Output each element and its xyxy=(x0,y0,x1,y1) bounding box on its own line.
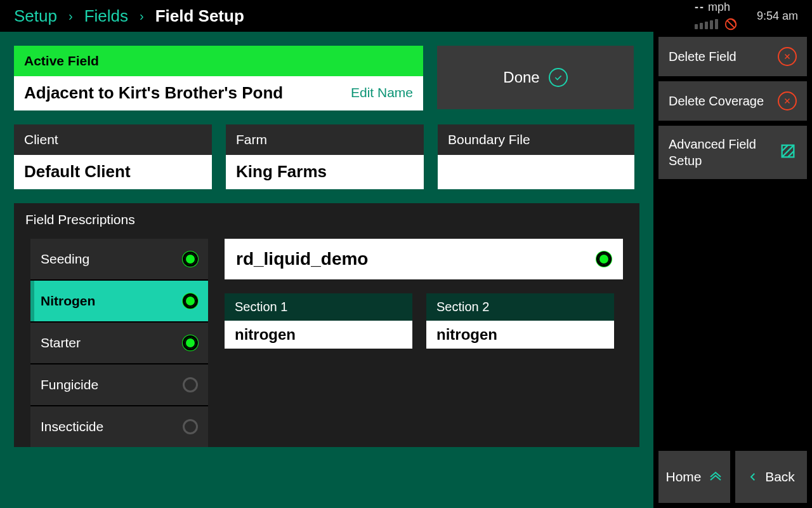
delete-field-button[interactable]: Delete Field xyxy=(658,37,807,76)
active-field-card: Active Field Adjacent to Kirt's Brother'… xyxy=(14,46,423,110)
rx-item-label: Nitrogen xyxy=(41,293,95,309)
back-label: Back xyxy=(765,469,795,485)
rx-item-nitrogen[interactable]: Nitrogen xyxy=(30,281,208,321)
check-circle-icon xyxy=(549,68,568,87)
rx-item-starter[interactable]: Starter xyxy=(30,323,208,363)
status-indicator-icon xyxy=(183,335,198,351)
advanced-setup-button[interactable]: Advanced Field Setup xyxy=(658,126,807,179)
active-field-header: Active Field xyxy=(14,46,423,76)
breadcrumb-fields[interactable]: Fields xyxy=(84,6,128,26)
breadcrumb-setup[interactable]: Setup xyxy=(14,6,57,26)
boundary-label: Boundary File xyxy=(438,124,634,155)
status-indicator-icon xyxy=(596,251,612,267)
rx-item-insecticide[interactable]: Insecticide xyxy=(30,406,208,447)
section1-card[interactable]: Section 1 nitrogen xyxy=(225,293,412,349)
delete-coverage-label: Delete Coverage xyxy=(669,93,764,109)
signal-bars-icon xyxy=(695,19,718,29)
delete-field-label: Delete Field xyxy=(669,48,737,65)
edit-name-button[interactable]: Edit Name xyxy=(351,85,413,100)
prescriptions-title: Field Prescriptions xyxy=(14,203,639,239)
back-button[interactable]: Back xyxy=(735,451,807,503)
rx-item-label: Starter xyxy=(41,335,81,351)
rx-file-selector[interactable]: rd_liquid_demo xyxy=(225,239,623,279)
rx-item-seeding[interactable]: Seeding xyxy=(30,239,208,279)
rx-item-label: Insecticide xyxy=(41,419,103,434)
rx-item-fungicide[interactable]: Fungicide xyxy=(30,364,208,405)
section2-label: Section 2 xyxy=(426,293,614,321)
chevron-right-icon: › xyxy=(69,9,73,23)
section2-card[interactable]: Section 2 nitrogen xyxy=(426,293,614,349)
status-indicator-icon xyxy=(183,293,198,309)
field-icon xyxy=(779,142,797,163)
status-indicator-icon xyxy=(183,419,198,434)
done-label: Done xyxy=(503,69,539,86)
client-card[interactable]: Client Default Client xyxy=(14,124,212,189)
boundary-card[interactable]: Boundary File xyxy=(438,124,634,189)
farm-label: Farm xyxy=(226,124,424,155)
section1-value: nitrogen xyxy=(235,326,296,344)
breadcrumb: Setup › Fields › Field Setup xyxy=(14,6,244,26)
farm-value: King Farms xyxy=(236,162,327,182)
close-circle-icon xyxy=(778,91,797,110)
rx-file-name: rd_liquid_demo xyxy=(236,249,368,269)
home-icon xyxy=(708,469,723,485)
rx-item-label: Fungicide xyxy=(41,377,98,392)
client-label: Client xyxy=(14,124,212,155)
speed-readout: -- mph xyxy=(695,1,738,30)
prescriptions-panel: Field Prescriptions Seeding Nitrogen Sta… xyxy=(14,203,639,447)
prescription-list: Seeding Nitrogen Starter Fungicide xyxy=(30,239,208,447)
clock: 9:54 am xyxy=(757,10,798,23)
delete-coverage-button[interactable]: Delete Coverage xyxy=(658,81,807,121)
done-button[interactable]: Done xyxy=(437,46,634,109)
chevron-left-icon xyxy=(747,469,759,485)
section2-value: nitrogen xyxy=(436,326,497,344)
active-field-name: Adjacent to Kirt's Brother's Pond xyxy=(24,83,283,103)
advanced-setup-label: Advanced Field Setup xyxy=(669,136,779,169)
section1-label: Section 1 xyxy=(225,293,412,321)
close-circle-icon xyxy=(778,47,797,66)
farm-card[interactable]: Farm King Farms xyxy=(226,124,424,189)
breadcrumb-current: Field Setup xyxy=(155,6,244,26)
home-label: Home xyxy=(665,469,701,485)
client-value: Default Client xyxy=(24,162,131,182)
rx-item-label: Seeding xyxy=(41,251,89,267)
chevron-right-icon: › xyxy=(140,9,144,23)
status-indicator-icon xyxy=(183,377,198,392)
home-button[interactable]: Home xyxy=(658,451,730,503)
status-indicator-icon xyxy=(183,251,198,267)
satellite-icon xyxy=(724,17,738,31)
